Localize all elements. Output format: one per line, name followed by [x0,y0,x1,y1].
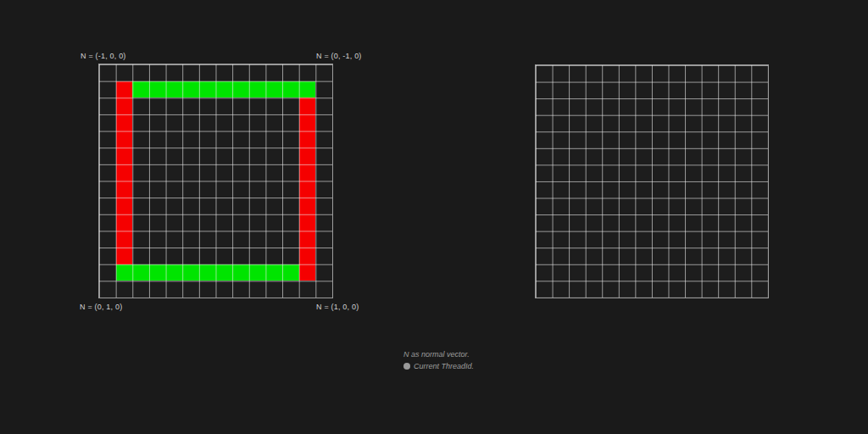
thread-bullet-icon [403,363,410,370]
empty-grid [535,64,769,298]
normal-label-bottom-left: N = (0, 1, 0) [80,303,122,311]
legend-threadid-text: Current ThreadId. [414,360,474,372]
legend-caption: N as normal vector. Current ThreadId. [403,348,474,372]
normal-label-top-left: N = (-1, 0, 0) [81,52,126,60]
legend-threadid-row: Current ThreadId. [403,360,474,372]
normals-grid [98,64,333,298]
legend-normal-vector-text: N as normal vector. [403,348,474,360]
grid-lines-layer [99,64,332,298]
grid-lines-layer [536,65,768,298]
visualization-canvas: N = (-1, 0, 0) N = (0, -1, 0) N = (0, 1,… [0,0,868,434]
normal-label-bottom-right: N = (1, 0, 0) [316,303,359,311]
normal-label-top-right: N = (0, -1, 0) [316,52,362,60]
